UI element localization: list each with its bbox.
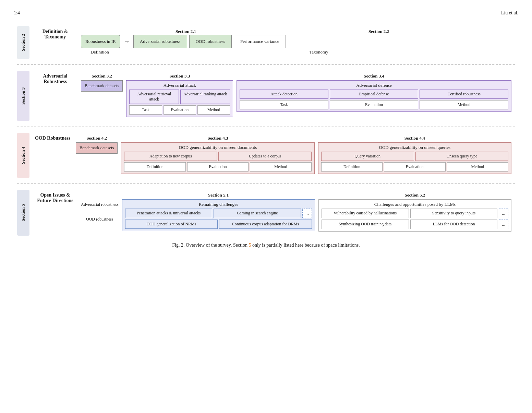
adv-defense-sub: Attack detection Empirical defense Certi… [240, 90, 508, 99]
section3-title: Adversarial Robustness [33, 73, 77, 84]
sec34-label: Section 3.4 [237, 73, 511, 79]
section2-bottom-labels: Definition Taxonomy [81, 49, 511, 55]
def-cell-44: Definition [321, 162, 383, 172]
task-cell-34: Task [240, 100, 328, 109]
sec52-row2: Synthesizing OOD training data LLMs for … [322, 220, 508, 229]
sec52-label: Section 5.2 [318, 192, 511, 198]
section5-title: Open Issues & Future Directions [33, 192, 77, 203]
sec22-label: Section 2.2 [246, 29, 511, 34]
certified-robustness-cell: Certified robustness [420, 90, 508, 99]
ood-generalization-cell: OOD generalization of NRMs [125, 220, 218, 229]
section2-label: Section 2 [17, 26, 29, 59]
adv-robustness-box: Adversarial robustness [133, 35, 187, 48]
section42-area: Section 4.2 Benchmark datasets [76, 135, 118, 154]
adv-retrieval-cell: Adversarial retrieval attack [129, 90, 179, 104]
continuous-corpus-cell: Continuous corpus adaptation for DRMs [219, 220, 312, 229]
task-cell-33: Task [129, 105, 162, 115]
remaining-challenges-title: Remaining challenges [125, 202, 312, 207]
vulnerability-hall-cell: Vulnerability caused by hallucinations [322, 209, 409, 218]
figure-caption: Fig. 2. Overview of the survey. Section … [14, 243, 518, 248]
adv-attack-sub: Adversarial retrieval attack Adversarial… [129, 90, 230, 104]
sec32-benchmark: Benchmark datasets [81, 80, 123, 92]
sec51-row1: Penetration attacks & universal attacks … [125, 209, 312, 218]
adv-attack-title: Adversarial attack [129, 83, 230, 88]
ellipsis2-cell: ... [499, 209, 508, 218]
sec44-label: Section 4.4 [318, 135, 511, 141]
ood-rob-label: OOD robustness [81, 217, 119, 222]
updates-corpus-cell: Updates to a corpus [218, 152, 311, 161]
method-cell-43: Method [250, 162, 311, 172]
unseen-query-cell: Unseen query type [415, 152, 508, 161]
section32-area: Section 3.2 Benchmark datasets [81, 73, 123, 92]
ood-query-sub: Query variation Unseen query type [321, 152, 508, 161]
section44-area: Section 4.4 OOD generalizability on unse… [318, 135, 511, 174]
sec34-frame: Adversarial defense Attack detection Emp… [237, 80, 511, 112]
sec32-label: Section 3.2 [81, 73, 123, 79]
ood-doc-labels: Definition Evaluation Method [124, 162, 311, 172]
section52-area: Section 5.2 Challenges and opportunities… [318, 192, 511, 232]
section4-title: OOD Robustness [33, 135, 72, 141]
sec33-label: Section 3.3 [126, 73, 233, 79]
caption-after: only is partially listed here because of… [251, 243, 360, 248]
ellipsis3-cell: ... [499, 220, 508, 229]
sensitivity-query-cell: Sensitivity to query inputs [410, 209, 498, 218]
adv-defense-title: Adversarial defense [240, 83, 508, 88]
sec43-label: Section 4.3 [121, 135, 314, 141]
sec51-label: Section 5.1 [122, 192, 315, 198]
separator-1 [17, 64, 515, 65]
arrow-icon: → [124, 38, 130, 45]
sec43-frame: OOD generalizability on unseen documents… [121, 142, 314, 174]
page-number: 1:4 [14, 10, 20, 16]
ood-robustness-box: OOD robustness [189, 35, 232, 48]
section2-boxes-row: Robustness in IR → Adversarial robustnes… [81, 35, 511, 48]
section33-area: Section 3.3 Adversarial attack Adversari… [126, 73, 233, 117]
sec33-frame: Adversarial attack Adversarial retrieval… [126, 80, 233, 117]
robustness-ir-box: Robustness in IR [81, 35, 120, 48]
eval-cell-43: Evaluation [187, 162, 249, 172]
ood-query-labels: Definition Evaluation Method [321, 162, 508, 172]
taxonomy-label: Taxonomy [126, 49, 511, 55]
section4-row: Section 4 OOD Robustness Section 4.2 Ben… [17, 133, 515, 178]
adv-defense-labels: Task Evaluation Method [240, 100, 508, 109]
section4-label: Section 4 [17, 133, 29, 178]
section2-title: Definition & Taxonomy [33, 29, 77, 40]
eval-cell-44: Evaluation [384, 162, 445, 172]
method-cell-44: Method [447, 162, 508, 172]
synthesizing-ood-cell: Synthesizing OOD training data [322, 220, 409, 229]
section5-label: Section 5 [17, 190, 29, 236]
penetration-attacks-cell: Penetration attacks & universal attacks [125, 209, 213, 218]
empirical-defense-cell: Empirical defense [330, 90, 419, 99]
eval-cell-34: Evaluation [330, 100, 419, 109]
adv-attack-labels: Task Evaluation Method [129, 105, 230, 115]
section5-row: Section 5 Open Issues & Future Direction… [17, 190, 515, 236]
ellipsis1-cell: ... [302, 209, 312, 218]
sec42-benchmark: Benchmark datasets [76, 142, 118, 154]
adaptation-corpus-cell: Adaptation to new corpus [124, 152, 217, 161]
method-cell-34: Method [420, 100, 508, 109]
query-variation-cell: Query variation [321, 152, 414, 161]
ood-unseen-query-title: OOD generalizability on unseen queries [321, 145, 508, 150]
adv-ranking-cell: Adversarial ranking attack [180, 90, 230, 104]
performance-variance-box: Performance variance [234, 35, 286, 48]
section2-content: Section 2.1 Section 2.2 Robustness in IR… [81, 29, 511, 55]
sec51-row2: OOD generalization of NRMs Continuous co… [125, 220, 312, 229]
ood-unseen-doc-title: OOD generalizability on unseen documents [124, 145, 311, 150]
definition-label: Definition [81, 49, 119, 55]
section34-area: Section 3.4 Adversarial defense Attack d… [237, 73, 511, 112]
challenges-llms-title: Challenges and opportunities posed by LL… [322, 202, 508, 207]
author-name: Liu et al. [501, 10, 518, 16]
section5-type-labels: Adversarial robustness OOD robustness [81, 192, 119, 222]
adv-rob-label: Adversarial robustness [81, 202, 119, 207]
sec21-label: Section 2.1 [125, 29, 246, 34]
caption-before: Fig. 2. Overview of the survey. Section [172, 243, 249, 248]
section3-label: Section 3 [17, 71, 29, 121]
sec44-frame: OOD generalizability on unseen queries Q… [318, 142, 511, 174]
section51-area: Section 5.1 Remaining challenges Penetra… [122, 192, 315, 231]
eval-cell-33: Evaluation [164, 105, 196, 115]
separator-2 [17, 127, 515, 127]
section3-row: Section 3 Adversarial Robustness Section… [17, 71, 515, 121]
section2-row: Section 2 Definition & Taxonomy Section … [17, 26, 515, 59]
gaming-search-cell: Gaming in search engine [214, 209, 301, 218]
method-cell-33: Method [197, 105, 230, 115]
def-cell-43: Definition [124, 162, 185, 172]
